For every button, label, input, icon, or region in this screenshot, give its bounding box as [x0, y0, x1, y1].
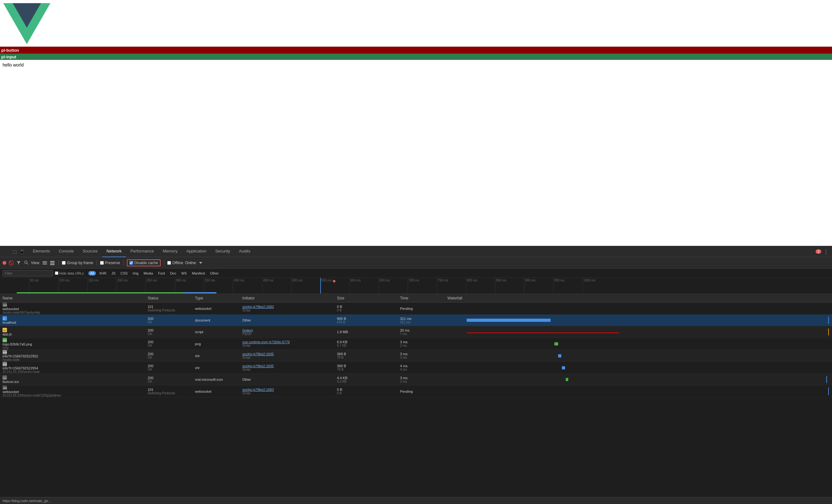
waterfall-mark-2 — [828, 387, 829, 395]
row-status-cell: 200 OK — [148, 317, 195, 324]
performance-tab-label: Performance — [130, 249, 154, 253]
row-initiator-cell: (index) Parser — [242, 329, 337, 336]
svg-text:ICO: ICO — [3, 377, 6, 379]
record-button[interactable] — [2, 261, 6, 265]
table-row[interactable]: ICO favicon.ico 200 OK vnd.microsoft.ico… — [0, 374, 832, 386]
filter-icon[interactable] — [16, 260, 22, 266]
sources-tab[interactable]: Sources — [78, 246, 102, 257]
list-view-icon[interactable] — [42, 260, 48, 266]
table-row[interactable]: XHR info?t=1566792522952 /socks-node 200… — [0, 350, 832, 362]
filter-xhr-button[interactable]: XHR — [97, 271, 108, 276]
security-tab[interactable]: Security — [211, 246, 234, 257]
view-label: View: — [31, 261, 40, 265]
row-name-cell: JS app.js — [2, 328, 148, 336]
badge-count: 2 — [815, 249, 821, 254]
inspect-icon[interactable]: ⬚ — [12, 249, 17, 254]
row-size-sub: 0 B — [337, 309, 400, 312]
filter-img-button[interactable]: Img — [131, 271, 140, 276]
svg-rect-10 — [50, 264, 55, 265]
row-time: 311 ms — [400, 317, 447, 320]
row-size: 0 B — [337, 388, 400, 391]
table-row[interactable]: IMG logo.82b9c7a5.png /img 200 OK png vu… — [0, 338, 832, 350]
row-initiator[interactable]: sockjs.js?9be2:1683 — [242, 388, 337, 391]
row-size-sub: 6.7 KB — [337, 344, 400, 347]
th-type: Type — [195, 296, 242, 300]
svg-text:JS: JS — [3, 329, 6, 332]
row-time-cell: Pending — [400, 307, 447, 310]
row-waterfall-cell — [447, 338, 830, 349]
large-rows-icon[interactable] — [50, 260, 55, 266]
row-time-sub: 2 ms — [400, 344, 447, 347]
table-row[interactable]: XHR info?t=1566792522954 10.211.55.193/s… — [0, 362, 832, 374]
squiggle-line — [467, 333, 619, 333]
clear-icon[interactable]: 🚫 — [8, 260, 14, 266]
table-row[interactable]: WS websocket 10.211.55.193/socks-node/12… — [0, 386, 832, 397]
table-row[interactable]: WS websocket /socks-node/567/qu4ymikq 10… — [0, 303, 832, 314]
disable-cache-input[interactable] — [129, 261, 133, 265]
audits-tab[interactable]: Audits — [234, 246, 255, 257]
row-type: websocket — [195, 307, 242, 310]
row-type-cell: xhr — [195, 354, 242, 358]
more-options-icon[interactable]: ⋮ — [823, 248, 829, 255]
tick-600ms: 600 ms — [349, 278, 361, 293]
row-status-text: Switching Protocols — [148, 309, 195, 312]
filter-js-button[interactable]: JS — [109, 271, 118, 276]
row-initiator[interactable]: sockjs.js?9be2:1605 — [242, 364, 337, 368]
offline-input[interactable] — [167, 261, 171, 265]
svg-text:WS: WS — [3, 304, 7, 307]
online-label[interactable]: Online — [185, 261, 196, 265]
row-initiator[interactable]: vue.runtime.esm.js?2b0e:6779 — [242, 340, 337, 344]
filter-font-button[interactable]: Font — [156, 271, 167, 276]
filter-ws-button[interactable]: WS — [179, 271, 189, 276]
hide-data-urls-input[interactable] — [55, 271, 58, 275]
row-size-sub: 0 B — [337, 391, 400, 395]
search-icon[interactable] — [23, 260, 29, 266]
row-time-cell: 3 ms 2 ms — [400, 340, 447, 347]
th-time: Time — [400, 296, 447, 300]
row-initiator: Other — [242, 377, 337, 382]
filter-manifest-button[interactable]: Manifest — [190, 271, 207, 276]
svg-marker-11 — [199, 262, 202, 264]
name-texts: app.js — [2, 332, 12, 336]
throttle-dropdown-icon[interactable] — [198, 260, 204, 266]
row-size-sub: 676 B — [337, 320, 400, 324]
filter-css-button[interactable]: CSS — [119, 271, 130, 276]
group-by-frame-checkbox[interactable]: Group by frame — [62, 261, 93, 265]
hide-data-urls-checkbox[interactable]: All Hide data URLs — [55, 271, 84, 275]
disable-cache-checkbox[interactable]: Disable cache — [127, 259, 161, 267]
row-type: xhr — [195, 354, 242, 358]
group-by-frame-input[interactable] — [62, 261, 66, 265]
table-row[interactable]: JS app.js 200 OK script (index) Parser 1… — [0, 326, 832, 338]
filter-media-button[interactable]: Media — [142, 271, 155, 276]
filter-input[interactable] — [2, 270, 53, 276]
filter-doc-button[interactable]: Doc — [168, 271, 178, 276]
row-time: 3 ms — [400, 376, 447, 380]
table-row[interactable]: D localhost 200 OK document Other 905 B … — [0, 314, 832, 326]
row-initiator[interactable]: sockjs.js?9be2:1683 — [242, 305, 337, 309]
row-initiator[interactable]: (index) — [242, 329, 337, 332]
filter-other-button[interactable]: Other — [208, 271, 221, 276]
network-tab[interactable]: Network — [102, 246, 126, 257]
console-tab[interactable]: Console — [54, 246, 78, 257]
row-size-cell: 368 B 79 B — [337, 352, 400, 359]
tick-100ms: 100 ms — [58, 278, 70, 293]
filter-bar: All Hide data URLs All XHR JS CSS Img Me… — [0, 269, 832, 278]
row-name: app.js — [2, 332, 12, 336]
row-type-cell: xhr — [195, 366, 242, 370]
device-icon[interactable]: 📱 — [19, 249, 25, 254]
memory-tab[interactable]: Memory — [158, 246, 182, 257]
row-time: Pending — [400, 390, 447, 393]
svg-rect-7 — [43, 264, 47, 264]
row-initiator[interactable]: sockjs.js?9be2:1605 — [242, 352, 337, 356]
application-tab[interactable]: Application — [182, 246, 211, 257]
performance-tab[interactable]: Performance — [126, 246, 158, 257]
preserve-log-input[interactable] — [100, 261, 104, 265]
sources-tab-label: Sources — [83, 249, 98, 253]
row-time: 20 ms — [400, 329, 447, 332]
name-texts: favicon.ico — [2, 380, 19, 384]
elements-tab[interactable]: Elements — [28, 246, 54, 257]
offline-checkbox[interactable]: Offline — [167, 261, 183, 265]
preserve-log-checkbox[interactable]: Preserve — [100, 261, 120, 265]
timeline-bar-green — [17, 292, 183, 293]
filter-all-button[interactable]: All — [88, 271, 96, 276]
